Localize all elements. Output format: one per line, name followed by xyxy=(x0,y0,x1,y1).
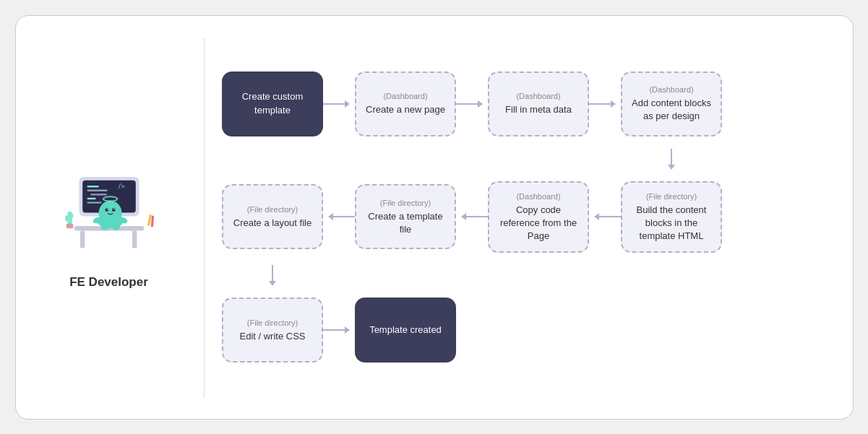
svg-rect-11 xyxy=(87,201,101,203)
node-label: (Dashboard) Create a new page xyxy=(366,91,445,117)
svg-point-29 xyxy=(112,225,119,230)
svg-rect-7 xyxy=(87,186,98,187)
flow-panel: Create custom template (Dashboard) Creat… xyxy=(216,64,835,370)
node-file-build: (File directory) Build the content block… xyxy=(621,181,722,253)
svg-rect-18 xyxy=(150,215,154,227)
svg-point-23 xyxy=(112,208,116,212)
svg-rect-9 xyxy=(90,194,106,195)
svg-rect-8 xyxy=(87,189,107,191)
flow-row-2: (File directory) Build the content block… xyxy=(222,181,830,253)
arrow-3-4 xyxy=(589,103,621,105)
main-container: /> xyxy=(15,15,854,420)
svg-rect-1 xyxy=(80,230,85,248)
svg-rect-15 xyxy=(69,213,73,217)
arrow-1-2 xyxy=(323,103,355,105)
svg-point-22 xyxy=(105,208,108,212)
flow-row-3: (File directory) Edit / write CSS Templa… xyxy=(222,298,830,363)
node-label: (File directory) Create a template file xyxy=(364,198,447,237)
svg-text:/>: /> xyxy=(118,183,125,190)
node-dashboard-new-page: (Dashboard) Create a new page xyxy=(355,71,456,136)
node-dashboard-meta: (Dashboard) Fill in meta data xyxy=(488,71,589,136)
svg-point-25 xyxy=(113,209,115,210)
left-panel: /> xyxy=(33,145,192,290)
node-file-css: (File directory) Edit / write CSS xyxy=(222,298,323,363)
node-label: Template created xyxy=(369,324,442,337)
v-arrow-row-1 xyxy=(222,148,830,170)
developer-label: FE Developer xyxy=(69,275,148,290)
node-file-layout: (File directory) Create a layout file xyxy=(222,184,323,249)
node-label: (Dashboard) Copy code reference from the… xyxy=(497,191,580,243)
svg-rect-2 xyxy=(132,230,137,248)
svg-rect-16 xyxy=(66,223,73,227)
node-template-created: Template created xyxy=(355,298,456,363)
node-label: Create custom template xyxy=(229,90,316,116)
arrow-9-10 xyxy=(323,329,355,331)
node-label: (Dashboard) Fill in meta data xyxy=(505,91,572,117)
mascot-illustration: /> xyxy=(51,145,167,261)
node-label: (File directory) Edit / write CSS xyxy=(239,318,305,344)
node-label: (Dashboard) Add content blocks as per de… xyxy=(629,84,713,123)
flow-row-1: Create custom template (Dashboard) Creat… xyxy=(222,71,830,136)
mascot-area: /> xyxy=(51,145,167,290)
svg-point-24 xyxy=(106,209,108,210)
svg-rect-14 xyxy=(65,215,69,221)
node-label: (File directory) Build the content block… xyxy=(629,191,713,243)
arrow-7-6 xyxy=(456,216,488,217)
divider-vertical xyxy=(204,38,205,397)
node-dashboard-copy: (Dashboard) Copy code reference from the… xyxy=(488,181,589,253)
node-dashboard-blocks: (Dashboard) Add content blocks as per de… xyxy=(621,71,722,136)
svg-rect-10 xyxy=(87,197,95,199)
svg-point-20 xyxy=(98,200,121,225)
node-label: (File directory) Create a layout file xyxy=(233,204,311,230)
node-create-template: Create custom template xyxy=(222,71,323,136)
arrow-8-7 xyxy=(323,216,355,217)
node-file-template: (File directory) Create a template file xyxy=(355,184,456,249)
arrow-6-5 xyxy=(589,216,621,217)
svg-point-28 xyxy=(100,225,108,230)
v-arrow-row-2 xyxy=(222,264,830,286)
arrow-2-3 xyxy=(456,103,488,105)
